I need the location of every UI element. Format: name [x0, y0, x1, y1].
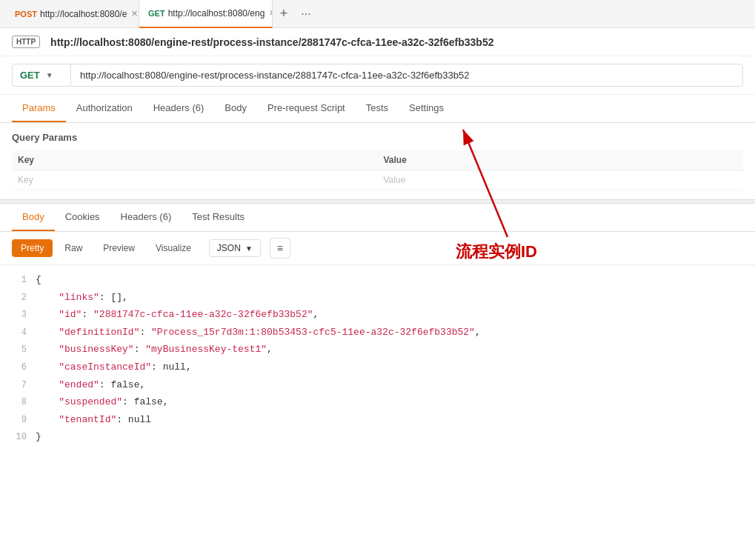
format-chevron-icon: ▼ — [245, 244, 253, 253]
request-tabs: Params Authorization Headers (6) Body Pr… — [0, 95, 755, 123]
url-display: http://localhost:8080/engine-rest/proces… — [50, 36, 493, 48]
tab-post-close-icon[interactable]: ✕ — [131, 9, 138, 19]
line-content-7: "ended": false, — [36, 376, 743, 393]
line-num-1: 1 — [12, 273, 27, 289]
resp-tab-test-results[interactable]: Test Results — [182, 204, 255, 231]
tab-post-url: http://localhost:8080/e — [40, 9, 127, 19]
json-line-10: 10 } — [12, 428, 743, 446]
json-line-7: 7 "ended": false, — [12, 376, 743, 394]
method-label: GET — [20, 70, 40, 81]
http-badge: HTTP — [12, 36, 40, 48]
line-content-6: "caseInstanceId": null, — [36, 359, 743, 376]
line-content-3: "id": "2881747c-cfca-11ee-a32c-32f6efb33… — [36, 306, 743, 323]
tab-post-method: POST — [15, 10, 37, 19]
line-num-5: 5 — [12, 342, 27, 359]
resp-tab-headers[interactable]: Headers (6) — [110, 204, 182, 231]
tab-post[interactable]: POST http://localhost:8080/e ✕ — [6, 0, 139, 28]
params-value-header: Value — [378, 150, 744, 170]
more-tabs-button[interactable]: ··· — [295, 0, 317, 28]
json-body: 1 { 2 "links": [], 3 "id": "2881747c-cfc… — [0, 265, 755, 452]
json-line-1: 1 { — [12, 271, 743, 289]
method-select[interactable]: GET ▼ — [12, 64, 71, 87]
json-line-9: 9 "tenantId": null — [12, 411, 743, 429]
line-num-10: 10 — [12, 430, 27, 446]
response-section: Body Cookies Headers (6) Test Results Pr… — [0, 204, 755, 452]
line-content-1: { — [36, 271, 743, 288]
json-line-5: 5 "businessKey": "myBusinessKey-test1", — [12, 341, 743, 359]
request-line: GET ▼ — [0, 56, 755, 95]
json-line-3: 3 "id": "2881747c-cfca-11ee-a32c-32f6efb… — [12, 306, 743, 324]
response-tabs: Body Cookies Headers (6) Test Results — [0, 204, 755, 232]
fmt-tab-raw[interactable]: Raw — [56, 239, 91, 257]
fmt-tab-preview[interactable]: Preview — [94, 239, 144, 257]
line-num-2: 2 — [12, 290, 27, 307]
req-tab-body[interactable]: Body — [214, 95, 257, 122]
line-num-4: 4 — [12, 325, 27, 341]
query-params-section: Query Params Key Value Key Value — [0, 123, 755, 199]
json-line-4: 4 "definitionId": "Process_15r7d3m:1:80b… — [12, 324, 743, 341]
params-table: Key Value Key Value — [12, 150, 743, 190]
format-bar: Pretty Raw Preview Visualize JSON ▼ ≡ — [0, 232, 755, 265]
add-tab-button[interactable]: + — [273, 0, 295, 28]
line-content-5: "businessKey": "myBusinessKey-test1", — [36, 341, 743, 358]
fmt-tab-pretty[interactable]: Pretty — [12, 239, 53, 257]
url-input[interactable] — [71, 64, 743, 87]
format-select-label: JSON — [217, 243, 241, 253]
line-content-10: } — [36, 428, 743, 445]
resp-tab-body[interactable]: Body — [12, 204, 55, 231]
req-tab-prerequest[interactable]: Pre-request Script — [257, 95, 356, 122]
method-chevron-icon: ▼ — [46, 71, 53, 79]
resp-tab-cookies[interactable]: Cookies — [55, 204, 110, 231]
req-tab-authorization[interactable]: Authorization — [66, 95, 143, 122]
table-row: Key Value — [12, 170, 743, 190]
query-params-title: Query Params — [12, 132, 743, 143]
params-key-header: Key — [12, 150, 378, 170]
tab-get-url: http://localhost:8080/eng — [168, 8, 265, 19]
line-content-4: "definitionId": "Process_15r7d3m:1:80b53… — [36, 324, 743, 341]
fmt-tab-visualize[interactable]: Visualize — [147, 239, 200, 257]
format-select[interactable]: JSON ▼ — [209, 239, 261, 257]
tabs-bar: POST http://localhost:8080/e ✕ GET http:… — [0, 0, 755, 28]
json-line-8: 8 "suspended": false, — [12, 393, 743, 411]
req-tab-headers[interactable]: Headers (6) — [143, 95, 215, 122]
line-content-9: "tenantId": null — [36, 411, 743, 428]
tab-get[interactable]: GET http://localhost:8080/eng ✕ — [139, 0, 273, 28]
line-num-8: 8 — [12, 395, 27, 411]
tab-get-method: GET — [148, 9, 165, 18]
line-num-9: 9 — [12, 413, 27, 429]
wrap-lines-icon[interactable]: ≡ — [270, 238, 290, 259]
json-line-2: 2 "links": [], — [12, 289, 743, 307]
req-tab-params[interactable]: Params — [12, 95, 66, 122]
json-line-6: 6 "caseInstanceId": null, — [12, 359, 743, 376]
req-tab-settings[interactable]: Settings — [399, 95, 454, 122]
req-tab-tests[interactable]: Tests — [356, 95, 399, 122]
line-content-2: "links": [], — [36, 289, 743, 306]
line-num-3: 3 — [12, 307, 27, 324]
line-content-8: "suspended": false, — [36, 393, 743, 410]
line-num-7: 7 — [12, 378, 27, 394]
line-num-6: 6 — [12, 360, 27, 376]
params-key-input[interactable]: Key — [12, 170, 378, 190]
url-bar-section: HTTP http://localhost:8080/engine-rest/p… — [0, 28, 755, 56]
params-value-input[interactable]: Value — [378, 170, 744, 190]
